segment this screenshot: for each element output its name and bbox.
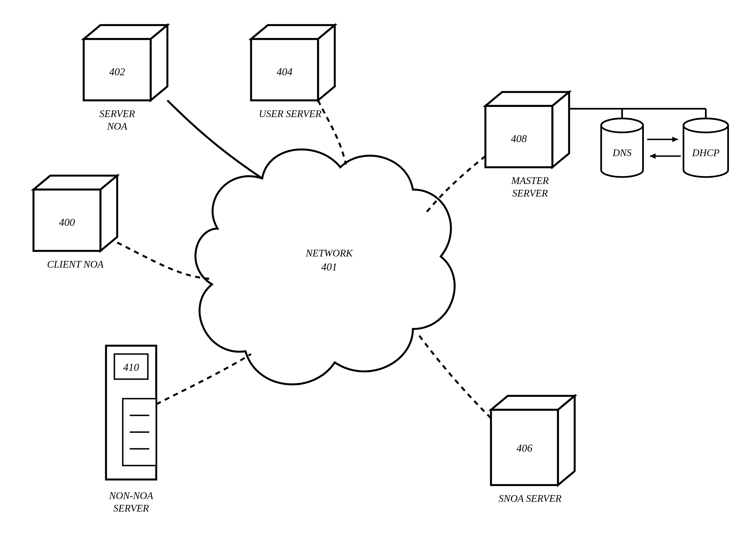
dns-label: DNS [612,147,632,158]
svg-marker-16 [672,137,678,142]
connector-user-server [318,100,346,165]
master-dns-dhcp-connector [569,109,706,119]
user-server-num: 404 [277,66,293,78]
non-noa-server-label-2: SERVER [113,503,149,514]
dhcp-cylinder: DHCP [683,119,728,177]
non-noa-server-num: 410 [123,361,139,373]
network-label: NETWORK [305,248,353,259]
svg-marker-18 [650,153,656,159]
server-noa-label-1: SERVER [99,108,135,119]
dns-cylinder: DNS [601,119,643,177]
snoa-server-box: 406 SNOA SERVER [491,396,575,504]
master-server-label-1: MASTER [511,175,549,186]
master-server-label-2: SERVER [512,188,548,199]
server-noa-label-2: NOA [107,121,127,132]
non-noa-server-box: 410 NON-NOA SERVER [106,346,156,514]
user-server-box: 404 USER SERVER [251,25,335,119]
svg-point-14 [683,119,728,132]
dns-dhcp-arrows [647,137,681,159]
connector-snoa-server [418,334,491,418]
svg-point-12 [601,119,643,132]
master-server-num: 408 [511,133,527,144]
dhcp-label: DHCP [692,147,719,158]
server-noa-box: 402 SERVER NOA [84,25,167,132]
user-server-label: USER SERVER [259,108,321,119]
client-noa-num: 400 [59,216,75,228]
connector-master-server [427,156,485,212]
client-noa-label: CLIENT NOA [47,259,104,270]
network-cloud: NETWORK 401 [196,150,455,384]
snoa-server-num: 406 [517,442,533,454]
master-server-box: 408 MASTER SERVER [485,92,569,199]
connector-non-noa-server [156,354,251,404]
network-num: 401 [321,261,337,272]
client-noa-box: 400 CLIENT NOA [33,176,117,270]
server-noa-num: 402 [109,66,125,78]
connector-server-noa [167,100,262,179]
non-noa-server-label-1: NON-NOA [109,490,153,501]
snoa-server-label: SNOA SERVER [499,493,562,504]
